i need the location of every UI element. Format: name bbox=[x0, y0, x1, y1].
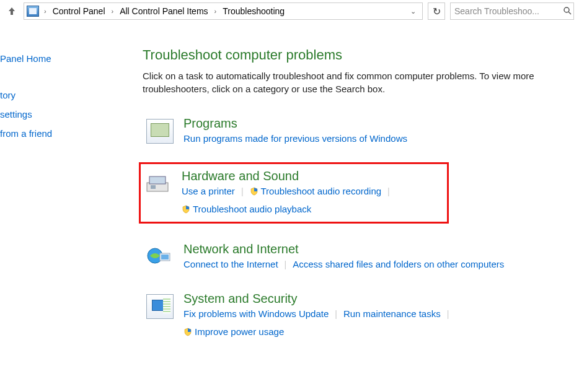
separator: | bbox=[441, 309, 456, 319]
separator: | bbox=[235, 186, 250, 196]
programs-icon bbox=[146, 119, 174, 144]
sidebar-history-link[interactable]: tory bbox=[0, 90, 68, 100]
refresh-button[interactable]: ↻ bbox=[428, 2, 445, 20]
task-audio-recording-label: Troubleshoot audio recording bbox=[261, 186, 382, 196]
svg-rect-7 bbox=[161, 255, 169, 259]
category-programs: Programs Run programs made for previous … bbox=[143, 113, 579, 147]
separator: | bbox=[278, 259, 293, 269]
shield-icon bbox=[182, 205, 190, 214]
shield-icon bbox=[250, 187, 259, 196]
svg-rect-3 bbox=[149, 176, 166, 184]
separator: | bbox=[329, 309, 343, 319]
chevron-right-icon[interactable]: › bbox=[211, 7, 221, 15]
svg-point-0 bbox=[564, 7, 569, 12]
category-title-system[interactable]: System and Security bbox=[183, 292, 297, 306]
category-title-hardware[interactable]: Hardware and Sound bbox=[182, 169, 299, 183]
task-audio-playback[interactable]: Troubleshoot audio playback bbox=[182, 204, 311, 214]
search-box[interactable] bbox=[450, 2, 574, 20]
page-title: Troubleshoot computer problems bbox=[143, 47, 579, 63]
breadcrumb-item-current[interactable]: Troubleshooting bbox=[220, 6, 287, 16]
category-title-network[interactable]: Network and Internet bbox=[183, 242, 299, 256]
breadcrumb-item-mid[interactable]: All Control Panel Items bbox=[117, 6, 210, 16]
system-icon bbox=[146, 294, 174, 319]
task-shared-files[interactable]: Access shared files and folders on other… bbox=[293, 259, 504, 269]
sidebar-friend-link[interactable]: from a friend bbox=[0, 128, 68, 139]
task-power-usage[interactable]: Improve power usage bbox=[183, 326, 284, 337]
breadcrumb-item-root[interactable]: Control Panel bbox=[50, 6, 108, 16]
search-input[interactable] bbox=[454, 6, 563, 16]
category-system: System and Security Fix problems with Wi… bbox=[143, 288, 579, 341]
sidebar-home-link[interactable]: Panel Home bbox=[0, 53, 68, 64]
svg-rect-4 bbox=[151, 185, 156, 189]
shield-icon bbox=[183, 328, 192, 336]
chevron-right-icon[interactable]: › bbox=[40, 7, 50, 15]
task-windows-update[interactable]: Fix problems with Windows Update bbox=[183, 308, 329, 319]
nav-up-button[interactable] bbox=[5, 4, 19, 18]
address-bar: › Control Panel › All Control Panel Item… bbox=[0, 0, 579, 22]
page-intro: Click on a task to automatically trouble… bbox=[143, 69, 579, 95]
task-audio-playback-label: Troubleshoot audio playback bbox=[193, 204, 311, 214]
task-power-usage-label: Improve power usage bbox=[195, 326, 284, 337]
main-content: Troubleshoot computer problems Click on … bbox=[68, 41, 579, 355]
svg-line-1 bbox=[568, 12, 571, 14]
network-icon bbox=[146, 245, 174, 269]
category-network: Network and Internet Connect to the Inte… bbox=[143, 238, 579, 273]
task-connect-internet[interactable]: Connect to the Internet bbox=[183, 259, 278, 269]
task-run-old-programs[interactable]: Run programs made for previous versions … bbox=[183, 133, 407, 144]
hardware-icon bbox=[144, 172, 172, 196]
breadcrumb[interactable]: › Control Panel › All Control Panel Item… bbox=[24, 2, 423, 20]
control-panel-icon bbox=[27, 6, 39, 17]
sidebar: Panel Home tory settings from a friend bbox=[0, 41, 68, 355]
task-use-printer[interactable]: Use a printer bbox=[182, 186, 235, 196]
chevron-right-icon[interactable]: › bbox=[108, 7, 118, 15]
task-maintenance[interactable]: Run maintenance tasks bbox=[343, 308, 441, 319]
search-icon[interactable] bbox=[563, 6, 572, 17]
sidebar-settings-link[interactable]: settings bbox=[0, 109, 68, 120]
separator: | bbox=[381, 186, 396, 196]
category-title-programs[interactable]: Programs bbox=[183, 116, 237, 131]
task-audio-recording[interactable]: Troubleshoot audio recording bbox=[250, 186, 382, 196]
breadcrumb-dropdown-icon[interactable]: ⌄ bbox=[407, 7, 420, 15]
category-hardware: Hardware and Sound Use a printer | Troub… bbox=[139, 162, 449, 224]
